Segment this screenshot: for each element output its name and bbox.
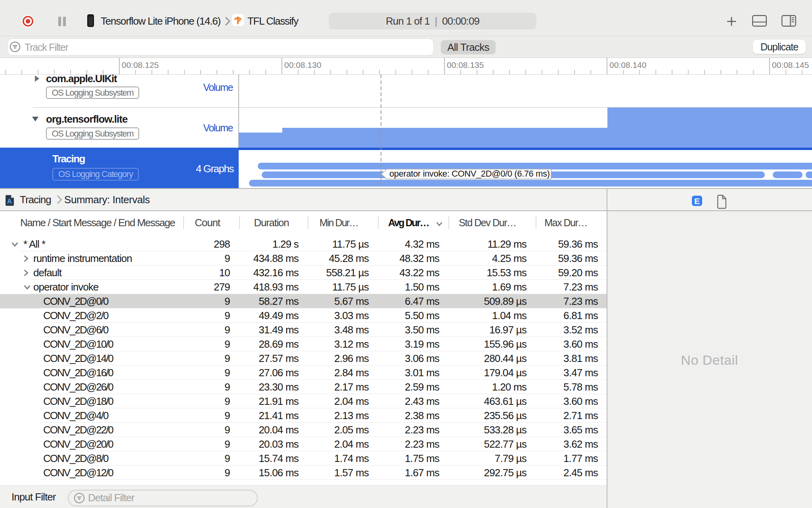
svg-text:A: A <box>7 198 12 205</box>
